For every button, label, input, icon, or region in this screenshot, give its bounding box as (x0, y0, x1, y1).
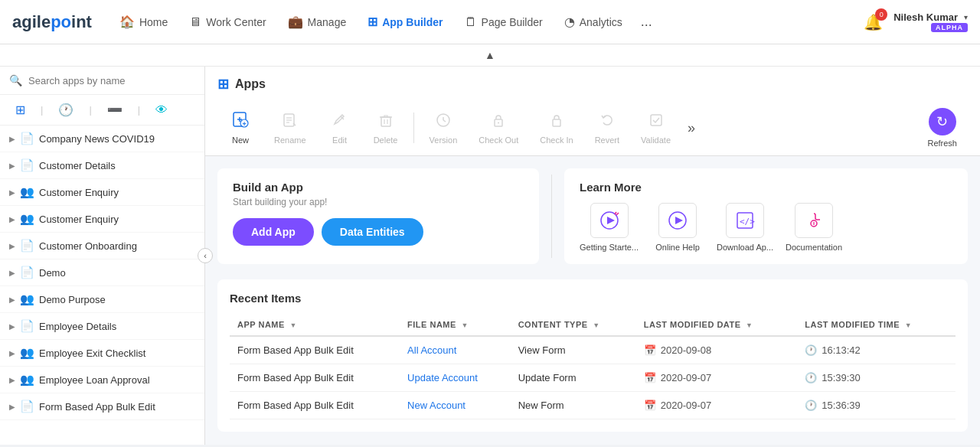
learn-label-documentation: Documentation (786, 243, 842, 252)
sort-icon-appname: ▼ (289, 321, 296, 329)
col-last-modified-time[interactable]: LAST MODIFIED TIME ▼ (797, 314, 956, 336)
filter-clock-icon[interactable]: 🕐 (52, 100, 80, 120)
cell-file-name-0[interactable]: All Account (400, 336, 511, 364)
item-icon-2: 👥 (20, 185, 34, 199)
learn-items: Getting Starte... Online Help </> Downlo… (580, 203, 952, 252)
sidebar-item-5[interactable]: ▶ 📄 Demo (0, 259, 204, 286)
item-label-10: Form Based App Bulk Edit (39, 401, 155, 413)
filter-grid-icon[interactable]: ⊞ (9, 100, 31, 120)
notification-button[interactable]: 🔔 0 (861, 10, 886, 34)
arrow-icon-6: ▶ (9, 295, 15, 304)
top-nav: agilepoint 🏠 Home 🖥 Work Center 💼 Manage… (0, 0, 980, 44)
new-label: New (232, 135, 249, 145)
cell-time-1: 🕐 15:39:30 (797, 364, 956, 392)
refresh-icon: ↻ (929, 108, 956, 135)
checkout-icon (490, 112, 507, 132)
learn-item-online-help[interactable]: Online Help (651, 203, 704, 252)
toolbar: + New Rename Edit (217, 100, 968, 155)
sidebar-item-2[interactable]: ▶ 👥 Customer Enquiry (0, 179, 204, 206)
learn-title: Learn More (580, 181, 952, 194)
table-row: Form Based App Bulk Edit New Account New… (230, 392, 956, 419)
item-icon-1: 📄 (20, 158, 34, 172)
toolbar-validate[interactable]: Validate (630, 107, 681, 149)
sidebar-item-6[interactable]: ▶ 👥 Demo Purpose (0, 286, 204, 313)
cell-content-type-1: Update Form (511, 364, 636, 392)
filter-eye-icon[interactable]: 👁 (149, 100, 174, 120)
delete-icon (377, 112, 394, 132)
arrow-icon-3: ▶ (9, 215, 15, 224)
sidebar-search-container: 🔍 (0, 67, 204, 95)
clock-icon: 🕐 (805, 400, 817, 411)
toolbar-revert[interactable]: Revert (584, 107, 630, 149)
build-card: Build an App Start building your app! Ad… (217, 168, 539, 264)
learn-item-getting-started[interactable]: Getting Starte... (580, 203, 639, 252)
card-buttons: Add App Data Entities (233, 218, 524, 246)
nav-item-home[interactable]: 🏠 Home (110, 8, 177, 35)
item-label-8: Employee Exit Checklist (39, 347, 145, 359)
edit-label: Edit (332, 135, 347, 145)
toolbar-rename[interactable]: Rename (263, 107, 317, 149)
learn-item-documentation[interactable]: Documentation (786, 203, 842, 252)
data-entities-button[interactable]: Data Entities (322, 218, 423, 246)
nav-right: 🔔 0 Nilesh Kumar ▾ ALPHA (861, 10, 968, 34)
search-icon: 🔍 (9, 74, 22, 86)
analytics-icon: ◔ (564, 15, 575, 29)
cell-app-name-1: Form Based App Bulk Edit (230, 364, 400, 392)
col-app-name[interactable]: APP NAME ▼ (230, 314, 400, 336)
learn-icon-documentation (795, 203, 833, 238)
learn-icon-getting-started (590, 203, 629, 238)
sidebar-item-10[interactable]: ▶ 📄 Form Based App Bulk Edit (0, 393, 204, 420)
nav-item-appbuilder[interactable]: ⊞ App Builder (358, 8, 452, 35)
toolbar-delete[interactable]: Delete (363, 107, 409, 149)
user-name: Nilesh Kumar (893, 11, 958, 23)
apps-header: ⊞ Apps + New (205, 67, 980, 156)
sidebar-wrapper: 🔍 ⊞ | 🕐 | ➖ | 👁 ▶ 📄 Company News COVID19… (0, 67, 205, 445)
cell-date-1: 📅 2020-09-07 (636, 364, 797, 392)
cell-file-name-2[interactable]: New Account (400, 392, 511, 419)
sidebar-item-3[interactable]: ▶ 👥 Customer Enquiry (0, 206, 204, 233)
learn-item-download-app[interactable]: </> Download Ap... (717, 203, 773, 252)
toolbar-version[interactable]: Version (419, 107, 469, 149)
toolbar-checkin[interactable]: Check In (529, 107, 583, 149)
collapse-bar: ▲ (0, 44, 980, 67)
collapse-button[interactable]: ▲ (475, 47, 505, 63)
col-file-name[interactable]: FILE NAME ▼ (400, 314, 511, 336)
item-label-4: Customer Onboarding (39, 240, 137, 252)
sidebar-item-0[interactable]: ▶ 📄 Company News COVID19 (0, 126, 204, 152)
new-icon: + (232, 111, 249, 132)
col-last-modified-date[interactable]: LAST MODIFIED DATE ▼ (636, 314, 797, 336)
main-content: ⊞ Apps + New (205, 67, 980, 445)
nav-item-pagebuilder[interactable]: 🗒 Page Builder (456, 9, 552, 35)
cell-file-name-1[interactable]: Update Account (400, 364, 511, 392)
filter-minus-icon[interactable]: ➖ (101, 100, 129, 120)
nav-more-button[interactable]: ... (635, 8, 658, 36)
user-menu[interactable]: Nilesh Kumar ▾ ALPHA (893, 11, 968, 32)
item-label-5: Demo (39, 267, 66, 279)
sidebar-collapse-toggle[interactable]: ‹ (198, 248, 213, 263)
nav-item-manage[interactable]: 💼 Manage (279, 8, 356, 35)
calendar-icon: 📅 (644, 372, 656, 383)
sidebar-item-4[interactable]: ▶ 📄 Customer Onboarding (0, 233, 204, 259)
clock-icon: 🕐 (805, 344, 817, 356)
svg-line-16 (443, 120, 446, 122)
sidebar: 🔍 ⊞ | 🕐 | ➖ | 👁 ▶ 📄 Company News COVID19… (0, 67, 205, 445)
cell-date-2: 📅 2020-09-07 (636, 392, 797, 419)
sidebar-item-1[interactable]: ▶ 📄 Customer Details (0, 152, 204, 179)
col-content-type[interactable]: CONTENT TYPE ▼ (511, 314, 636, 336)
learn-card: Learn More Getting Starte... Online Help… (564, 168, 968, 264)
toolbar-edit[interactable]: Edit (317, 107, 363, 149)
nav-item-workcenter[interactable]: 🖥 Work Center (180, 9, 275, 35)
arrow-icon-2: ▶ (9, 188, 15, 197)
refresh-button[interactable]: ↻ Refresh (916, 103, 968, 152)
sort-icon-filename: ▼ (461, 321, 468, 329)
sidebar-item-9[interactable]: ▶ 👥 Employee Loan Approval (0, 367, 204, 393)
toolbar-more-button[interactable]: » (681, 114, 701, 142)
cell-date-0: 📅 2020-09-08 (636, 336, 797, 364)
toolbar-checkout[interactable]: Check Out (468, 107, 529, 149)
nav-item-analytics[interactable]: ◔ Analytics (555, 8, 632, 35)
search-input[interactable] (28, 75, 195, 86)
add-app-button[interactable]: Add App (233, 218, 314, 246)
toolbar-new[interactable]: + New (217, 106, 263, 149)
sidebar-item-8[interactable]: ▶ 👥 Employee Exit Checklist (0, 340, 204, 367)
sidebar-item-7[interactable]: ▶ 📄 Employee Details (0, 313, 204, 340)
